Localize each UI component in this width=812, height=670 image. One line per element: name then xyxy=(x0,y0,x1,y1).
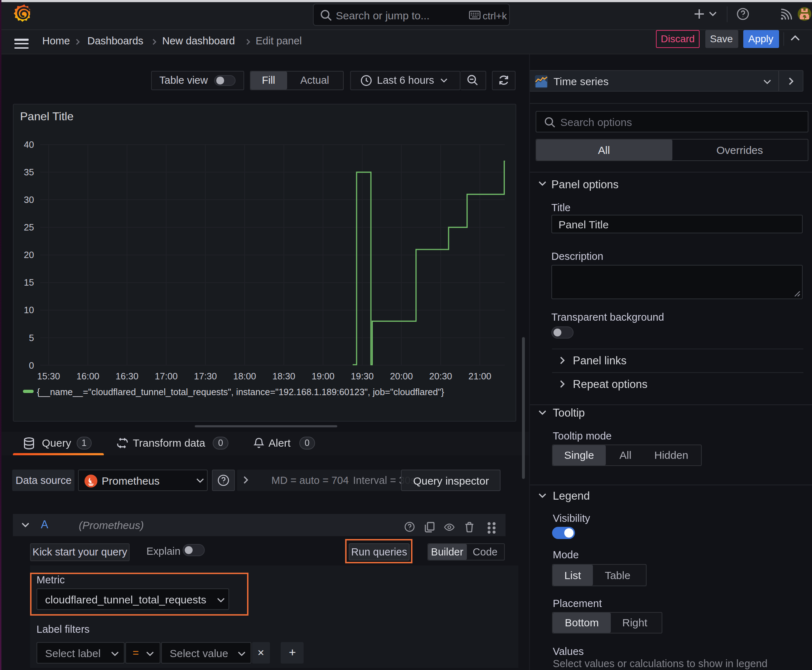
svg-text:19:00: 19:00 xyxy=(312,371,334,381)
svg-text:15:30: 15:30 xyxy=(37,371,60,381)
svg-text:20:30: 20:30 xyxy=(429,371,452,381)
svg-text:35: 35 xyxy=(24,167,34,177)
svg-text:18:30: 18:30 xyxy=(273,371,295,381)
svg-text:17:00: 17:00 xyxy=(155,371,178,381)
svg-text:20:00: 20:00 xyxy=(390,371,413,381)
svg-text:18:00: 18:00 xyxy=(233,371,256,381)
svg-text:16:30: 16:30 xyxy=(116,371,139,381)
svg-text:0: 0 xyxy=(29,360,34,370)
svg-text:30: 30 xyxy=(24,195,34,205)
svg-text:40: 40 xyxy=(24,139,34,149)
svg-text:16:00: 16:00 xyxy=(76,371,99,381)
svg-text:5: 5 xyxy=(29,333,34,342)
svg-text:10: 10 xyxy=(24,305,34,315)
svg-text:25: 25 xyxy=(24,222,34,232)
svg-text:21:00: 21:00 xyxy=(468,371,491,381)
svg-text:{__name__="cloudflared_tunnel_: {__name__="cloudflared_tunnel_total_requ… xyxy=(37,387,444,397)
svg-text:20: 20 xyxy=(24,249,34,259)
svg-text:15: 15 xyxy=(24,277,34,287)
svg-text:17:30: 17:30 xyxy=(194,371,217,381)
svg-text:19:30: 19:30 xyxy=(351,371,374,381)
